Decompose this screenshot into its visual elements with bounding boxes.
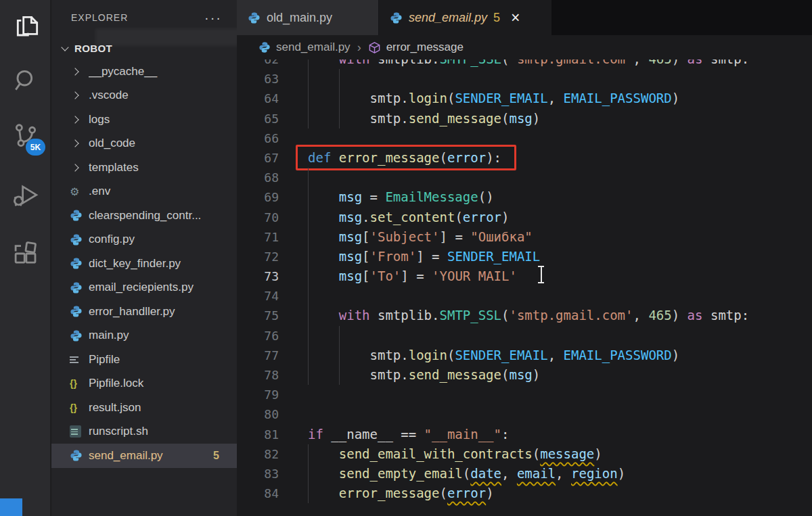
tree-item-pipfile-lock[interactable]: {}Pipfile.lock [51,372,237,396]
code-token[interactable]: ) [672,91,679,105]
code-token[interactable]: as [687,60,703,66]
tree-item-logs[interactable]: logs [51,108,237,132]
code-token[interactable]: SENDER_EMAIL [455,91,547,105]
code-token[interactable]: error [447,150,486,165]
code-token[interactable]: smtp. [308,111,409,126]
code-token[interactable]: ) [501,210,509,225]
code-token[interactable]: SMTP_SSL [440,60,502,66]
line-content[interactable]: def error_message(error): [308,148,812,168]
line-content[interactable] [308,385,812,404]
line-content[interactable]: if __name__ == "__main__": [308,425,812,444]
code-token[interactable]: if [308,427,323,442]
tree-item-config-py[interactable]: config.py [51,228,237,252]
code-token[interactable] [370,60,378,66]
code-token[interactable]: smtp. [308,367,409,382]
tree-item--vscode[interactable]: .vscode [51,84,237,108]
code-token[interactable]: SMTP_SSL [440,308,502,323]
line-content[interactable] [308,168,812,187]
code-token[interactable] [308,466,339,481]
code-token[interactable]: , [548,91,564,105]
tab-old-main-py[interactable]: old_main.py [237,0,379,35]
tree-item-result-json[interactable]: {}result.json [51,396,237,420]
code-token[interactable] [308,229,339,244]
breadcrumb-file[interactable]: send_email.py [276,41,351,54]
code-token[interactable]: msg [509,111,532,126]
code-token[interactable]: ( [440,150,447,165]
line-content[interactable]: msg['From'] = SENDER_EMAIL [308,247,812,266]
code-token[interactable]: , [633,60,649,66]
code-token[interactable]: "Ошибка" [470,229,533,244]
line-content[interactable]: msg['Subject'] = "Ошибка" [308,227,812,247]
code-token[interactable] [370,308,378,323]
run-debug-view-button[interactable] [0,174,51,216]
code-token[interactable]: 'To' [370,268,401,283]
code-token[interactable]: message [540,446,594,461]
code-token[interactable]: ( [501,60,509,66]
code-token[interactable]: : [501,427,509,442]
tree-item-old-code[interactable]: old_code [51,132,237,156]
code-token[interactable]: date [470,466,501,481]
line-content[interactable]: smtp.send_message(msg) [308,365,812,385]
code-token[interactable] [308,446,339,461]
line-content[interactable]: msg.set_content(error) [308,208,812,227]
code-token[interactable] [331,150,338,165]
tree-item-clearspending-contr-[interactable]: clearspending_contr... [51,204,237,228]
code-token[interactable]: , [633,308,649,323]
line-content[interactable] [308,128,812,148]
code-token[interactable]: = [362,189,385,204]
close-icon[interactable]: × [511,10,520,26]
line-content[interactable]: msg['To'] = 'YOUR MAIL' [308,266,812,286]
code-token[interactable]: ( [439,486,447,500]
code-token[interactable]: ) [672,60,687,66]
code-token[interactable]: , [556,466,571,481]
code-token[interactable]: ( [447,348,455,362]
tree-item-templates[interactable]: templates [51,156,237,180]
code-token[interactable]: set_content [370,210,455,225]
code-token[interactable]: ) [533,111,540,126]
code-token[interactable]: smtp: [703,60,750,66]
code-token[interactable]: error_message [339,150,440,165]
code-token[interactable]: ) [618,466,625,481]
code-token[interactable]: __name__ == [323,427,424,442]
code-token[interactable]: ): [486,150,501,165]
extensions-view-button[interactable] [0,233,51,275]
code-token[interactable]: def [308,150,331,165]
code-token[interactable]: ) [533,367,540,382]
code-token[interactable]: ) [594,446,602,461]
code-token[interactable]: ) [672,308,687,323]
code-token[interactable]: ) [486,486,493,500]
code-token[interactable] [308,308,339,323]
code-token[interactable]: "__main__" [424,427,501,442]
code-token[interactable] [308,60,339,66]
line-content[interactable]: smtp.login(SENDER_EMAIL, EMAIL_PASSWORD) [308,89,812,108]
code-token[interactable]: EMAIL_PASSWORD [564,91,672,105]
code-token[interactable]: EMAIL_PASSWORD [564,348,672,362]
line-content[interactable]: msg = EmailMessage() [308,187,812,207]
code-token[interactable]: msg [339,249,362,264]
code-token[interactable]: send_message [409,111,501,126]
code-token[interactable]: error [447,486,486,500]
tree-item-error-handller-py[interactable]: error_handller.py [51,300,237,324]
code-token[interactable]: login [409,91,447,105]
line-content[interactable]: error_message(error) [308,484,812,503]
code-token[interactable]: ] = [401,268,432,283]
code-token[interactable]: ( [501,308,509,323]
more-actions-button[interactable]: ··· [204,14,222,21]
code-token[interactable]: ( [463,466,470,481]
code-token[interactable]: 'YOUR MAIL' [432,268,517,283]
code-token[interactable]: [ [362,229,369,244]
code-token[interactable]: 'From' [370,249,417,264]
code-token[interactable]: smtp. [308,348,409,362]
tab-send-email-py[interactable]: send_email.py 5 × [379,0,551,35]
code-token[interactable]: msg [339,229,362,244]
code-token[interactable]: [ [362,249,369,264]
code-token[interactable]: send_email_with_contracts [339,446,533,461]
code-token[interactable]: as [687,308,703,323]
code-token[interactable]: msg [339,210,362,225]
code-token[interactable]: msg [339,268,362,283]
code-token[interactable]: , [501,466,517,481]
breadcrumb[interactable]: send_email.py › error_message [237,35,812,60]
code-token[interactable]: with [339,308,370,323]
code-token[interactable]: msg [339,189,362,204]
tree-item-main-py[interactable]: main.py [51,324,237,348]
